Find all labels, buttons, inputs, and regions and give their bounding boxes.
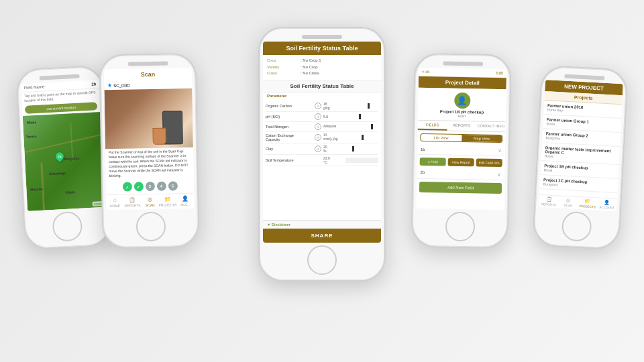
nav-account[interactable]: 👤 ACC... xyxy=(176,196,194,206)
scan-nav-bar: ⌂ HOME 📋 REPORTS ◎ SCAN 📁 PROJECTS xyxy=(106,193,194,210)
add-field-btn[interactable]: n Field xyxy=(420,158,446,166)
bar-organic-carbon xyxy=(345,103,378,109)
soil-row-temp: Soil Temperature 23.0°C xyxy=(266,155,378,166)
info-icon-nitrogen[interactable]: i xyxy=(315,123,321,130)
variety-label: Variety xyxy=(267,64,301,71)
field-item-2b[interactable]: 2b ∨ xyxy=(417,168,504,180)
field-name-value: 2b xyxy=(91,82,96,86)
bar-marker-cec xyxy=(362,135,364,140)
scan-device-id: SC_03ID xyxy=(113,83,129,87)
field-name-1b: 1b xyxy=(421,147,425,151)
row-name-ph: pH (KCl) xyxy=(266,115,313,119)
row-value-ph: 5.6 xyxy=(323,115,343,119)
soil-row-clay: Clay i 20% xyxy=(266,143,378,155)
chevron-down-icon-2b: ∨ xyxy=(497,172,501,178)
tab-reports[interactable]: REPORTS xyxy=(447,121,476,131)
project-location: Butirr xyxy=(458,114,466,118)
phone-1-map: Field Name 2b Tap and hold a point on th… xyxy=(15,65,112,250)
view-toggle: List View Map View xyxy=(420,133,502,143)
row-value-clay: 20% xyxy=(323,145,343,153)
phone-3-screen: Soil Fertility Status Table Crop : No Cr… xyxy=(263,42,381,243)
soil-row-organic-carbon: Organic Carbon i 18g/kg xyxy=(266,101,378,112)
view-report-btn[interactable]: View Report xyxy=(448,158,474,167)
pnav-reports[interactable]: 📋 REPORTS xyxy=(539,196,559,206)
variety-value: : No Crop xyxy=(301,64,318,71)
bluetooth-icon: ★ xyxy=(107,82,112,88)
scan-title: Scan xyxy=(104,68,192,81)
map-label-tororo: Tororo xyxy=(26,134,37,139)
pnav-projects-icon: 📁 xyxy=(584,198,590,204)
nav-reports[interactable]: 📋 REPORTS xyxy=(123,196,141,207)
phone-2-scan: Scan ★ SC_03ID Put the Scanner on top of… xyxy=(99,53,199,249)
bar-marker-nitrogen xyxy=(371,124,373,129)
pnav-projects[interactable]: 📁 PROJECTS xyxy=(578,198,598,208)
field-action-buttons: n Field View Report Edit Field Info xyxy=(417,155,505,170)
projects-icon: 📁 xyxy=(164,196,171,202)
row-value-nitrogen: Adequate xyxy=(323,125,343,128)
pnav-scan-label: SCAN xyxy=(564,204,572,208)
map-area[interactable]: Mbale Tororo Bungoma Kakamega Maseno Kit… xyxy=(23,112,105,211)
nav-scan[interactable]: ◎ SCAN xyxy=(141,196,158,207)
step-3: 3 xyxy=(145,182,154,191)
nav-account-label: ACC... xyxy=(180,202,191,206)
crop-value: : No Crop 1 xyxy=(301,58,321,64)
scan-icon: ◎ xyxy=(148,196,152,202)
scan-steps: ✓ ✓ 3 4 5 xyxy=(106,178,194,194)
soil-main-header: Soil Fertility Status Table xyxy=(263,42,381,55)
edit-field-btn[interactable]: Edit Field Info xyxy=(476,158,502,167)
info-icon-ph[interactable]: i xyxy=(315,113,321,120)
share-button[interactable]: SHARE xyxy=(263,229,381,243)
tab-contact-info[interactable]: CONTACT INFO xyxy=(476,121,506,131)
row-name-cec: Cation ExchangeCapacity xyxy=(266,133,313,141)
bar-temp-na xyxy=(345,158,378,163)
disclaimer-label: ▼ Disclaimer xyxy=(263,220,381,229)
bar-nitrogen xyxy=(345,124,378,129)
row-name-clay: Clay xyxy=(266,147,313,151)
pnav-reports-icon: 📋 xyxy=(545,196,551,202)
pnav-account-label: ACCOUNT xyxy=(599,206,614,210)
account-icon: 👤 xyxy=(182,196,189,202)
info-icon-organic-carbon[interactable]: i xyxy=(315,103,321,109)
nav-projects[interactable]: 📁 PROJECTS xyxy=(158,196,176,206)
soil-row-cec: Cation ExchangeCapacity i 14cmol(+)/kg xyxy=(266,132,378,143)
step-5: 5 xyxy=(168,181,177,190)
tab-fields[interactable]: FIELDS xyxy=(418,121,447,131)
map-view-btn[interactable]: Map View xyxy=(462,135,502,142)
class-label: Class xyxy=(267,70,301,77)
crop-label: Crop xyxy=(267,58,301,64)
bar-marker-clay xyxy=(352,146,354,152)
list-view-btn[interactable]: List View xyxy=(421,134,462,141)
map-label-kitutu: Kitutu xyxy=(66,190,76,194)
bar-ph xyxy=(345,114,378,119)
map-label-kakamega: Kakamega xyxy=(49,171,66,176)
back-button[interactable]: < ck xyxy=(422,70,429,74)
row-name-nitrogen: Total Nitrogen xyxy=(266,125,313,129)
phone-4-screen: < ck Edit Project Detail 👤 Project 1B pH… xyxy=(416,68,506,210)
param-label: Parameter xyxy=(263,93,381,99)
row-name-temp: Soil Temperature xyxy=(266,158,313,162)
bar-cec xyxy=(345,135,378,140)
row-value-temp: 23.0°C xyxy=(323,156,343,164)
bar-marker xyxy=(368,103,370,109)
project-tabs: FIELDS REPORTS CONTACT INFO xyxy=(418,120,506,132)
pnav-projects-label: PROJECTS xyxy=(580,204,596,208)
pnav-scan[interactable]: ◎ SCAN xyxy=(558,197,578,207)
nav-home[interactable]: ⌂ HOME xyxy=(106,197,123,208)
soil-table: Organic Carbon i 18g/kg xyxy=(263,99,381,220)
info-icon-cec[interactable]: i xyxy=(315,134,321,141)
pnav-reports-label: REPORTS xyxy=(541,202,556,206)
map-label-bungoma: Bungoma xyxy=(64,156,79,161)
phone-3-soil: Soil Fertility Status Table Crop : No Cr… xyxy=(258,27,386,282)
scan-instruction-text: Put the Scanner on top of the soil in th… xyxy=(105,147,194,180)
phone-2-screen: Scan ★ SC_03ID Put the Scanner on top of… xyxy=(104,68,195,210)
projects-nav-bar: 📋 REPORTS ◎ SCAN 📁 PROJECTS 👤 ACCOUNT xyxy=(539,194,617,211)
row-value-organic-carbon: 18g/kg xyxy=(323,102,343,110)
add-new-field-button[interactable]: Add New Field xyxy=(419,182,502,194)
pnav-account[interactable]: 👤 ACCOUNT xyxy=(597,199,617,209)
step-2: ✓ xyxy=(133,182,143,191)
chevron-down-icon-1b: ∨ xyxy=(498,147,502,154)
nav-home-label: HOME xyxy=(110,204,120,208)
info-icon-clay[interactable]: i xyxy=(315,145,321,152)
soil-crop-info: Crop : No Crop 1 Variety : No Crop Class… xyxy=(263,55,381,80)
edit-button[interactable]: Edit xyxy=(496,71,503,75)
